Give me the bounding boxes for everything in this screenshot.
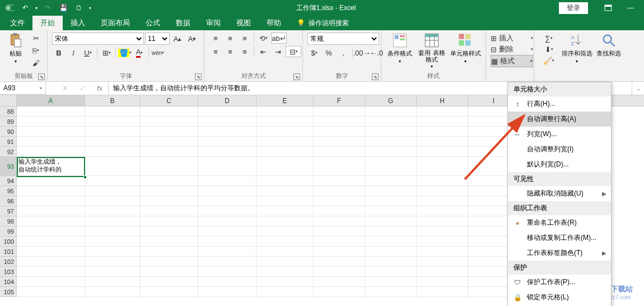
cell[interactable] xyxy=(256,226,314,237)
cell[interactable] xyxy=(85,106,140,117)
cell[interactable] xyxy=(198,186,256,196)
cell[interactable] xyxy=(198,176,256,186)
cell[interactable] xyxy=(85,216,140,226)
cell[interactable] xyxy=(314,287,365,297)
cell[interactable] xyxy=(417,176,468,186)
cell[interactable] xyxy=(198,147,256,157)
clear-button[interactable]: 🧹▾ xyxy=(539,55,559,66)
tab-file[interactable]: 文件 xyxy=(2,16,32,30)
cell[interactable] xyxy=(17,137,85,147)
cell[interactable] xyxy=(17,206,85,216)
cell[interactable] xyxy=(314,226,365,237)
cell[interactable] xyxy=(314,216,365,226)
cell[interactable] xyxy=(365,127,417,137)
cell[interactable] xyxy=(417,216,468,226)
autosave-toggle[interactable] xyxy=(2,1,17,15)
cell[interactable] xyxy=(85,226,140,237)
number-format-select[interactable]: 常规 xyxy=(307,33,379,45)
cell[interactable] xyxy=(85,176,140,186)
qat-customize-dropdown[interactable]: ▾ xyxy=(87,1,93,15)
cell[interactable] xyxy=(314,277,365,287)
cell[interactable] xyxy=(417,257,468,267)
cell[interactable] xyxy=(140,237,198,247)
cell[interactable] xyxy=(256,176,314,186)
cell[interactable] xyxy=(17,147,85,157)
expand-formula-bar[interactable]: ⌄ xyxy=(632,82,644,95)
cell[interactable] xyxy=(314,206,365,216)
row-header[interactable]: 93 xyxy=(0,157,17,176)
cell[interactable] xyxy=(417,247,468,257)
orientation-button[interactable]: ⟲▾ xyxy=(256,33,270,44)
cell[interactable] xyxy=(314,237,365,247)
menu-item-lock[interactable]: 🔒锁定单元格(L) xyxy=(508,290,611,305)
column-header[interactable]: E xyxy=(256,95,314,106)
wrap-text-button[interactable]: ab↵ xyxy=(271,33,287,44)
row-header[interactable]: 101 xyxy=(0,247,17,257)
clipboard-dialog[interactable]: ⬊ xyxy=(38,73,45,80)
cell[interactable] xyxy=(365,176,417,186)
cell[interactable] xyxy=(256,186,314,196)
menu-item-col-width[interactable]: ↔列宽(W)... xyxy=(508,127,611,142)
cell[interactable] xyxy=(417,196,468,206)
select-all-corner[interactable] xyxy=(0,95,17,106)
row-header[interactable]: 89 xyxy=(0,117,17,127)
cell[interactable] xyxy=(365,247,417,257)
column-header[interactable]: H xyxy=(417,95,468,106)
cell[interactable] xyxy=(314,176,365,186)
underline-button[interactable]: U▾ xyxy=(81,47,95,58)
cell[interactable] xyxy=(314,106,365,117)
column-header[interactable]: D xyxy=(198,95,256,106)
find-select-button[interactable]: 查找和选 xyxy=(595,33,623,58)
cell[interactable] xyxy=(417,206,468,216)
cell[interactable] xyxy=(17,257,85,267)
cell[interactable] xyxy=(85,287,140,297)
cell[interactable] xyxy=(256,216,314,226)
cell[interactable] xyxy=(140,196,198,206)
row-header[interactable]: 94 xyxy=(0,176,17,186)
increase-indent-button[interactable]: ⇥ xyxy=(271,46,284,57)
cell[interactable] xyxy=(198,257,256,267)
name-box[interactable]: A93▾ xyxy=(0,82,46,95)
cell[interactable] xyxy=(85,127,140,137)
cell[interactable] xyxy=(256,247,314,257)
cell[interactable] xyxy=(365,257,417,267)
cell[interactable] xyxy=(417,137,468,147)
row-header[interactable]: 100 xyxy=(0,237,17,247)
cell[interactable] xyxy=(140,127,198,137)
cell[interactable] xyxy=(198,216,256,226)
increase-font-button[interactable]: A▴ xyxy=(171,33,184,44)
cell[interactable] xyxy=(314,157,365,176)
cell[interactable] xyxy=(365,216,417,226)
cell[interactable] xyxy=(417,277,468,287)
cell[interactable] xyxy=(365,287,417,297)
save-icon[interactable]: 💾 xyxy=(56,1,71,15)
cell[interactable] xyxy=(17,196,85,206)
delete-cells-button[interactable]: ⊟删除▾ xyxy=(491,44,533,55)
redo-icon[interactable]: ↷ xyxy=(40,1,55,15)
cell[interactable] xyxy=(365,237,417,247)
cell[interactable] xyxy=(85,196,140,206)
row-header[interactable]: 105 xyxy=(0,287,17,297)
cell[interactable] xyxy=(85,117,140,127)
cell[interactable] xyxy=(365,157,417,176)
align-left-button[interactable]: ≡ xyxy=(209,46,222,57)
row-header[interactable]: 95 xyxy=(0,186,17,196)
tab-view[interactable]: 视图 xyxy=(228,16,259,30)
cell[interactable] xyxy=(85,247,140,257)
decrease-font-button[interactable]: A▾ xyxy=(185,33,199,44)
italic-button[interactable]: I xyxy=(67,47,80,58)
decrease-indent-button[interactable]: ⇤ xyxy=(256,46,270,57)
row-header[interactable]: 91 xyxy=(0,137,17,147)
column-header[interactable]: C xyxy=(140,95,198,106)
fill-color-button[interactable]: 🪣▾ xyxy=(118,47,132,58)
increase-decimal-button[interactable]: .00→ xyxy=(355,47,368,58)
cell[interactable] xyxy=(256,257,314,267)
menu-item-tab-color[interactable]: 工作表标签颜色(T)▶ xyxy=(508,245,611,261)
cell[interactable] xyxy=(85,267,140,277)
tab-review[interactable]: 审阅 xyxy=(198,16,228,30)
cell[interactable] xyxy=(198,196,256,206)
border-button[interactable]: ⊞▾ xyxy=(100,47,113,58)
menu-item-default-width[interactable]: 默认列宽(D)... xyxy=(508,157,611,172)
format-painter-button[interactable]: 🖌 xyxy=(29,57,43,68)
cell[interactable] xyxy=(314,247,365,257)
